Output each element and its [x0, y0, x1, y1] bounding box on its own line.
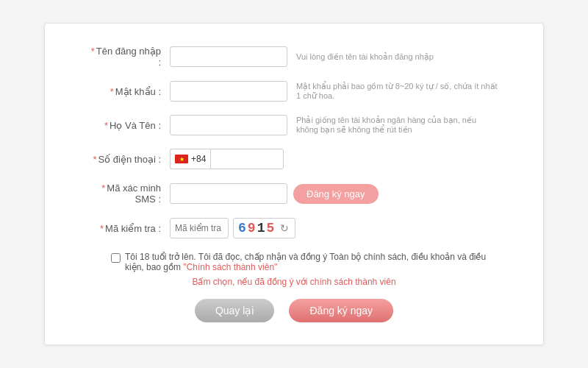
warning-text: Bấm chọn, nếu đã đồng ý với chính sách t… [89, 277, 499, 287]
phone-input-group: +84 [170, 149, 284, 169]
send-sms-button[interactable]: Đăng ký ngay [293, 184, 379, 204]
fullname-input[interactable] [170, 115, 287, 135]
phone-label: *Số điện thoại : [89, 154, 170, 165]
username-hint: Vui lòng điền tên tài khoản đăng nhập [296, 52, 434, 62]
fullname-row: *Họ Và Tên : Phải giống tên tài khoản ng… [89, 115, 499, 135]
captcha-image: 6915 ↻ [233, 218, 295, 238]
terms-checkbox[interactable] [111, 253, 121, 263]
captcha-label: *Mã kiểm tra : [89, 223, 170, 234]
phone-number-input[interactable] [210, 149, 284, 169]
vn-flag-icon [175, 155, 188, 163]
phone-flag-selector[interactable]: +84 [170, 149, 210, 169]
register-button[interactable]: Đăng ký ngay [289, 299, 393, 322]
required-star-phone: * [93, 154, 97, 165]
sms-row: *Mã xác minh SMS : Đăng ký ngay [89, 183, 499, 205]
username-row: *Tên đăng nhập : Vui lòng điền tên tài k… [89, 46, 499, 68]
fullname-label: *Họ Và Tên : [89, 120, 170, 131]
sms-label: *Mã xác minh SMS : [89, 183, 170, 205]
terms-link[interactable]: "Chính sách thành viên" [183, 262, 277, 272]
required-star: * [91, 46, 95, 57]
captcha-input[interactable] [170, 218, 229, 238]
password-row: *Mật khẩu : Mật khẩu phải bao gồm từ 8~2… [89, 81, 499, 102]
password-hint: Mật khẩu phải bao gồm từ 8~20 ký tự / số… [296, 82, 499, 101]
required-star-sms: * [101, 183, 105, 194]
fullname-hint: Phải giống tên tài khoản ngân hàng của b… [296, 116, 499, 135]
password-input[interactable] [170, 81, 287, 102]
required-star-captcha: * [100, 223, 104, 234]
required-star-fullname: * [104, 120, 108, 131]
sms-input-group: Đăng ký ngay [170, 183, 379, 204]
button-row: Quay lại Đăng ký ngay [89, 299, 499, 322]
phone-row: *Số điện thoại : +84 [89, 149, 499, 169]
captcha-digits: 6915 [238, 221, 276, 236]
username-input[interactable] [170, 46, 287, 67]
sms-code-input[interactable] [170, 183, 287, 204]
username-label: *Tên đăng nhập : [89, 46, 170, 68]
back-button[interactable]: Quay lại [195, 299, 275, 322]
captcha-refresh-button[interactable]: ↻ [279, 222, 290, 234]
phone-code: +84 [191, 154, 206, 164]
captcha-row: *Mã kiểm tra : 6915 ↻ [89, 218, 499, 238]
terms-row: Tôi 18 tuổi trở lên. Tôi đã đọc, chấp nh… [89, 252, 499, 272]
registration-form: *Tên đăng nhập : Vui lòng điền tên tài k… [44, 23, 544, 345]
password-label: *Mật khẩu : [89, 86, 170, 97]
required-star-password: * [110, 86, 114, 97]
captcha-input-group: 6915 ↻ [170, 218, 295, 238]
terms-text: Tôi 18 tuổi trở lên. Tôi đã đọc, chấp nh… [125, 252, 499, 272]
